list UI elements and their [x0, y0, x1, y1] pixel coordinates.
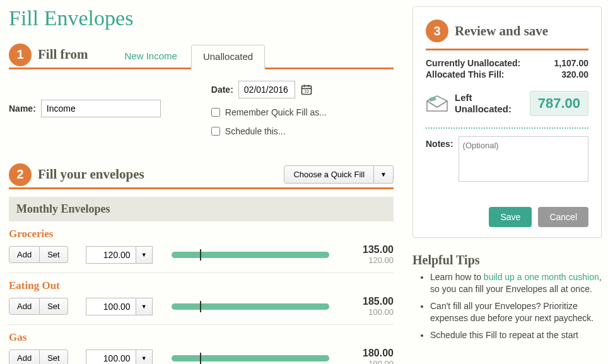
- envelope-total: 135.00: [356, 244, 394, 255]
- envelope-row: GroceriesAddSet▼135.00120.00: [9, 221, 394, 273]
- fill-from-tabs: New Income Unallocated: [114, 45, 266, 69]
- set-button[interactable]: Set: [40, 298, 68, 315]
- date-input[interactable]: [238, 81, 295, 98]
- quickfill-dropdown[interactable]: Choose a Quick Fill ▼: [284, 165, 394, 184]
- tips-title: Helpful Tips: [412, 253, 602, 267]
- set-button[interactable]: Set: [40, 246, 68, 263]
- review-panel: 3 Review and save Currently Unallocated:…: [412, 6, 602, 238]
- tip-link[interactable]: build up a one month cushion: [484, 272, 599, 282]
- remember-quickfill-checkbox[interactable]: [211, 108, 220, 117]
- cancel-button[interactable]: Cancel: [538, 207, 588, 227]
- fill-from-body: Name: Date: 10 Remember Quick Fill as...: [9, 69, 394, 136]
- helpful-tips: Helpful Tips Learn how to build up a one…: [412, 253, 602, 341]
- amount-caret-icon[interactable]: ▼: [136, 298, 153, 315]
- tab-new-income[interactable]: New Income: [114, 45, 189, 69]
- tip-item: Learn how to build up a one month cushio…: [430, 271, 602, 295]
- svg-text:10: 10: [304, 89, 309, 93]
- envelope-row: GasAddSet▼180.00100.00: [9, 325, 394, 364]
- step3-title: Review and save: [455, 23, 548, 39]
- name-label: Name:: [9, 103, 36, 114]
- amount-input[interactable]: [86, 349, 136, 365]
- envelope-icon: [426, 95, 448, 112]
- set-button[interactable]: Set: [40, 349, 68, 364]
- page-title: Fill Envelopes: [9, 6, 394, 30]
- left-unallocated-value: 787.00: [530, 91, 588, 116]
- step2-number: 2: [9, 163, 32, 186]
- step2-title: Fill your envelopes: [38, 167, 144, 182]
- schedule-label: Schedule this...: [225, 126, 286, 136]
- schedule-row[interactable]: Schedule this...: [211, 126, 327, 136]
- add-button[interactable]: Add: [9, 246, 40, 263]
- allocated-this-fill-label: Allocated This Fill:: [426, 69, 504, 79]
- amount-input[interactable]: [86, 298, 136, 315]
- envelope-subtotal: 100.00: [356, 307, 394, 317]
- quickfill-button[interactable]: Choose a Quick Fill: [284, 165, 374, 184]
- envelope-total: 185.00: [356, 296, 394, 307]
- currently-unallocated-label: Currently Unallocated:: [426, 58, 520, 68]
- remember-quickfill-label: Remember Quick Fill as...: [225, 107, 327, 117]
- envelope-name: Gas: [9, 331, 394, 344]
- left-unallocated-label: LeftUnallocated:: [455, 92, 512, 115]
- envelope-name: Groceries: [9, 228, 394, 240]
- name-input[interactable]: [41, 100, 161, 117]
- add-button[interactable]: Add: [9, 349, 40, 364]
- step1-number: 1: [9, 44, 32, 66]
- amount-input[interactable]: [86, 246, 136, 264]
- quickfill-caret-icon[interactable]: ▼: [374, 165, 394, 184]
- left-unallocated-row: LeftUnallocated: 787.00: [426, 88, 588, 119]
- currently-unallocated-row: Currently Unallocated: 1,107.00: [426, 58, 588, 68]
- notes-textarea[interactable]: [459, 136, 588, 182]
- notes-label: Notes:: [426, 136, 453, 149]
- calendar-icon[interactable]: 10: [300, 83, 313, 96]
- date-label: Date:: [211, 85, 233, 95]
- step2-header: 2 Fill your envelopes Choose a Quick Fil…: [9, 161, 394, 189]
- step3-number: 3: [426, 20, 448, 42]
- add-button[interactable]: Add: [9, 298, 40, 315]
- envelope-subtotal: 120.00: [356, 255, 394, 265]
- amount-caret-icon[interactable]: ▼: [136, 349, 153, 365]
- envelope-row: Eating OutAddSet▼185.00100.00: [9, 273, 394, 325]
- remember-quickfill-row[interactable]: Remember Quick Fill as...: [211, 107, 327, 117]
- envelope-name: Eating Out: [9, 279, 394, 292]
- currently-unallocated-value: 1,107.00: [554, 58, 589, 68]
- envelope-slider[interactable]: [172, 303, 329, 310]
- schedule-checkbox[interactable]: [211, 127, 220, 136]
- divider: [426, 127, 588, 129]
- tab-unallocated[interactable]: Unallocated: [191, 45, 265, 69]
- step3-header: 3 Review and save: [426, 20, 588, 50]
- allocated-this-fill-row: Allocated This Fill: 320.00: [426, 69, 588, 79]
- allocated-this-fill-value: 320.00: [561, 69, 588, 79]
- envelope-slider[interactable]: [172, 355, 329, 361]
- envelope-subtotal: 100.00: [356, 359, 394, 364]
- envelope-slider[interactable]: [172, 252, 329, 258]
- tip-item: Schedule this Fill to repeat at the star…: [430, 329, 602, 341]
- tip-item: Can't fill all your Envelopes? Prioritiz…: [430, 300, 602, 324]
- amount-caret-icon[interactable]: ▼: [136, 246, 153, 264]
- monthly-envelopes-header: Monthly Envelopes: [9, 197, 394, 221]
- envelope-total: 180.00: [356, 348, 394, 359]
- save-button[interactable]: Save: [489, 207, 532, 227]
- step1-title: Fill from: [38, 47, 88, 62]
- step1-header: 1 Fill from New Income Unallocated: [9, 42, 394, 69]
